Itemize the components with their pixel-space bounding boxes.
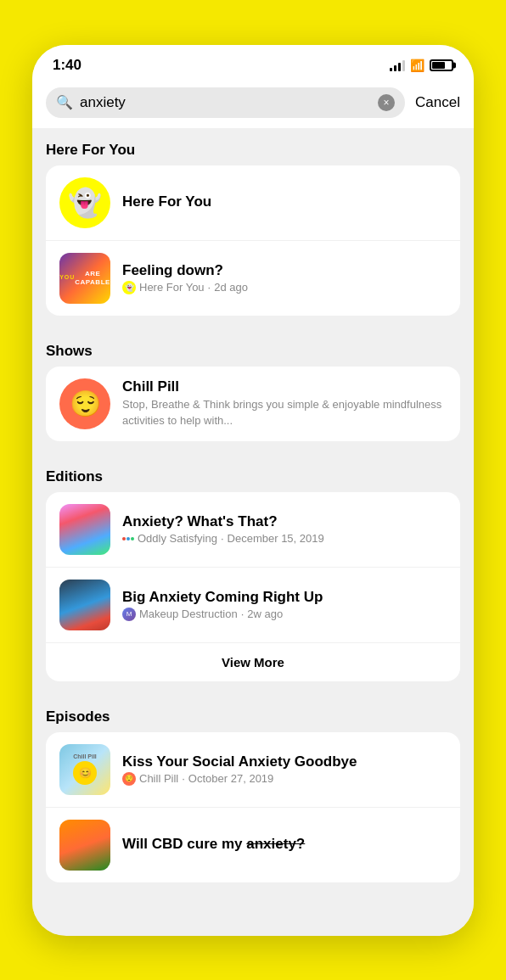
editions-card: Anxiety? What's That? Oddly Satisfying <box>46 492 460 681</box>
here-for-you-card: 👻 Here For You YOU ARECAPABLE <box>46 165 460 316</box>
search-input[interactable]: anxiety <box>80 94 371 111</box>
cancel-button[interactable]: Cancel <box>415 94 460 111</box>
os-dot-2 <box>127 537 130 540</box>
episodes-card: Chill Pill 😊 Kiss Your Social Anxiety Go… <box>46 732 460 882</box>
clear-search-button[interactable]: × <box>378 94 395 111</box>
cbd-title: Will CBD cure my anxiety? <box>122 836 447 853</box>
dot-separator-4: · <box>182 772 185 785</box>
signal-bar-4 <box>402 60 405 71</box>
list-item[interactable]: YOU ARECAPABLE Feeling down? 👻 Here For … <box>46 240 460 316</box>
big-anxiety-source: Makeup Destruction <box>139 608 238 620</box>
feeling-down-title: Feeling down? <box>122 262 447 279</box>
list-item[interactable]: Chill Pill 😊 Kiss Your Social Anxiety Go… <box>46 732 460 807</box>
anxiety-edition-info: Anxiety? What's That? Oddly Satisfying <box>122 513 447 545</box>
chill-pill-info: Chill Pill Stop, Breathe & Think brings … <box>122 378 447 428</box>
feeling-down-subtitle: 👻 Here For You · 2d ago <box>122 281 447 294</box>
search-input-wrapper[interactable]: 🔍 anxiety × <box>46 87 405 118</box>
status-bar: 1:40 📶 <box>32 45 474 81</box>
shows-card: 😌 Chill Pill Stop, Breathe & Think bring… <box>46 367 460 441</box>
cbd-title-text: Will CBD cure my anxiety? <box>122 836 305 852</box>
anxiety-edition-source: Oddly Satisfying <box>138 532 217 545</box>
here-for-you-section-header: Here For You <box>32 128 474 165</box>
anxiety-edition-thumbnail <box>59 504 110 555</box>
battery-icon <box>430 59 453 71</box>
here-for-you-channel-thumbnail: 👻 <box>59 177 110 228</box>
social-anxiety-thumbnail: Chill Pill 😊 <box>59 744 110 795</box>
big-anxiety-title: Big Anxiety Coming Right Up <box>122 589 447 606</box>
big-anxiety-subtitle: M Makeup Destruction · 2w ago <box>122 608 447 621</box>
list-item[interactable]: Big Anxiety Coming Right Up M Makeup Des… <box>46 567 460 642</box>
big-anxiety-thumb-inner <box>59 580 110 630</box>
signal-bar-3 <box>398 63 401 71</box>
oddly-satisfying-icon <box>122 537 134 540</box>
list-item[interactable]: 👻 Here For You <box>46 165 460 240</box>
list-item[interactable]: Anxiety? What's That? Oddly Satisfying <box>46 492 460 567</box>
social-anxiety-subtitle: 😌 Chill Pill · October 27, 2019 <box>122 772 447 786</box>
here-for-you-card-inner: YOU ARECAPABLE <box>59 253 110 304</box>
chill-pill-thumbnail: 😌 <box>59 378 110 429</box>
edition-thumb-colored <box>59 504 110 555</box>
social-anxiety-source: Chill Pill <box>139 772 178 785</box>
status-icons: 📶 <box>390 59 453 72</box>
feeling-down-thumbnail: YOU ARECAPABLE <box>59 253 110 304</box>
big-anxiety-thumbnail <box>59 580 110 630</box>
here-for-you-channel-info: Here For You <box>122 193 447 212</box>
snapchat-ghost-icon: 👻 <box>68 187 102 219</box>
phone-screen: 1:40 📶 🔍 anxiety × Cancel <box>32 45 474 936</box>
snapchat-small-icon: 👻 <box>122 281 136 294</box>
big-anxiety-time: 2w ago <box>247 608 283 620</box>
makeup-destruction-icon: M <box>122 608 136 621</box>
feeling-down-source: Here For You <box>139 281 205 294</box>
search-icon: 🔍 <box>56 94 73 110</box>
dot-separator: · <box>208 281 211 294</box>
feeling-down-time: 2d ago <box>214 281 248 294</box>
list-item[interactable]: Will CBD cure my anxiety? <box>46 807 460 882</box>
dot-separator-3: · <box>241 608 245 620</box>
status-time: 1:40 <box>53 57 82 74</box>
dot-separator-2: · <box>221 532 224 545</box>
search-bar-container: 🔍 anxiety × Cancel <box>32 81 474 128</box>
editions-section-header: Editions <box>32 455 474 492</box>
cbd-thumbnail <box>59 820 110 871</box>
signal-bars-icon <box>390 59 405 71</box>
chill-pill-icon: 😌 <box>70 389 101 418</box>
view-more-button[interactable]: View More <box>46 642 460 681</box>
chill-pill-title: Chill Pill <box>122 378 447 395</box>
anxiety-edition-subtitle: Oddly Satisfying · December 15, 2019 <box>122 532 447 545</box>
os-dots <box>122 537 134 540</box>
social-anxiety-info: Kiss Your Social Anxiety Goodbye 😌 Chill… <box>122 753 447 786</box>
shows-section-header: Shows <box>32 329 474 367</box>
phone-frame: 1:40 📶 🔍 anxiety × Cancel <box>0 0 506 980</box>
big-anxiety-info: Big Anxiety Coming Right Up M Makeup Des… <box>122 589 447 621</box>
here-for-you-channel-title: Here For You <box>122 193 447 210</box>
strikethrough-text: anxiety? <box>246 836 305 852</box>
list-item[interactable]: 😌 Chill Pill Stop, Breathe & Think bring… <box>46 367 460 441</box>
content-area: Here For You 👻 Here For You YOU <box>32 128 474 934</box>
episode-thumb-1-inner: Chill Pill 😊 <box>59 744 110 795</box>
social-anxiety-time: October 27, 2019 <box>188 772 273 785</box>
signal-bar-1 <box>390 68 392 71</box>
battery-fill <box>432 62 445 69</box>
chill-pill-small-icon: 😌 <box>122 772 136 786</box>
episodes-section-header: Episodes <box>32 695 474 732</box>
os-dot-3 <box>131 537 134 540</box>
episode-thumb-2-inner <box>59 820 110 871</box>
chill-pill-description: Stop, Breathe & Think brings you simple … <box>122 397 447 428</box>
social-anxiety-title: Kiss Your Social Anxiety Goodbye <box>122 753 447 770</box>
os-dot-1 <box>122 537 126 540</box>
wifi-icon: 📶 <box>410 59 424 72</box>
anxiety-edition-title: Anxiety? What's That? <box>122 513 447 530</box>
cbd-info: Will CBD cure my anxiety? <box>122 836 447 854</box>
signal-bar-2 <box>394 65 396 71</box>
anxiety-edition-time: December 15, 2019 <box>228 532 324 545</box>
feeling-down-info: Feeling down? 👻 Here For You · 2d ago <box>122 262 447 294</box>
